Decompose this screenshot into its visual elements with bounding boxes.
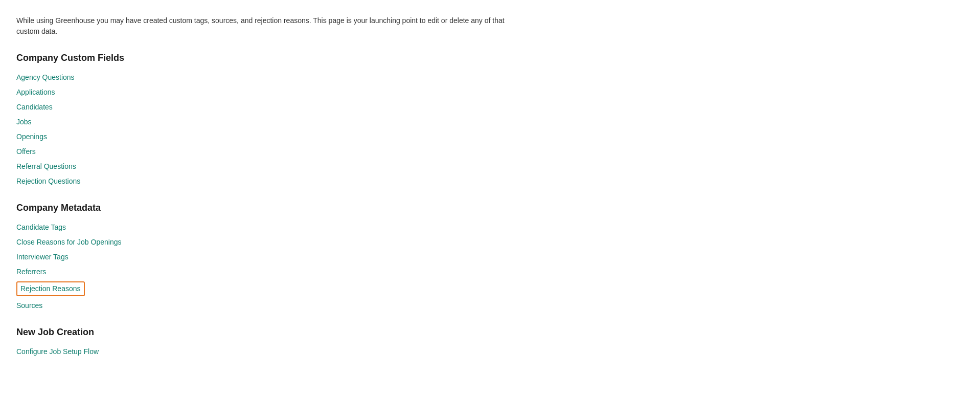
list-item-agency-questions: Agency Questions	[16, 72, 964, 83]
link-sources[interactable]: Sources	[16, 301, 42, 310]
link-list-company-metadata: Candidate TagsClose Reasons for Job Open…	[16, 222, 964, 311]
link-configure-job-setup-flow[interactable]: Configure Job Setup Flow	[16, 347, 99, 356]
link-candidate-tags[interactable]: Candidate Tags	[16, 223, 66, 231]
link-offers[interactable]: Offers	[16, 147, 36, 156]
link-candidates[interactable]: Candidates	[16, 103, 53, 111]
section-title-new-job-creation: New Job Creation	[16, 325, 964, 339]
link-referrers[interactable]: Referrers	[16, 268, 46, 276]
link-rejection-reasons[interactable]: Rejection Reasons	[16, 281, 85, 296]
list-item-referral-questions: Referral Questions	[16, 161, 964, 172]
list-item-rejection-questions: Rejection Questions	[16, 176, 964, 187]
list-item-offers: Offers	[16, 146, 964, 157]
list-item-openings: Openings	[16, 131, 964, 142]
link-list-company-custom-fields: Agency QuestionsApplicationsCandidatesJo…	[16, 72, 964, 187]
section-new-job-creation: New Job CreationConfigure Job Setup Flow	[16, 325, 964, 357]
link-agency-questions[interactable]: Agency Questions	[16, 73, 75, 81]
link-close-reasons[interactable]: Close Reasons for Job Openings	[16, 238, 121, 246]
list-item-applications: Applications	[16, 87, 964, 98]
list-item-candidates: Candidates	[16, 102, 964, 113]
section-company-metadata: Company MetadataCandidate TagsClose Reas…	[16, 201, 964, 311]
intro-text: While using Greenhouse you may have crea…	[16, 15, 517, 37]
list-item-configure-job-setup-flow: Configure Job Setup Flow	[16, 346, 964, 357]
list-item-rejection-reasons: Rejection Reasons	[16, 281, 964, 296]
list-item-sources: Sources	[16, 300, 964, 311]
link-applications[interactable]: Applications	[16, 88, 55, 96]
list-item-referrers: Referrers	[16, 267, 964, 277]
list-item-interviewer-tags: Interviewer Tags	[16, 252, 964, 262]
link-rejection-questions[interactable]: Rejection Questions	[16, 177, 80, 185]
link-list-new-job-creation: Configure Job Setup Flow	[16, 346, 964, 357]
link-referral-questions[interactable]: Referral Questions	[16, 162, 76, 170]
section-title-company-metadata: Company Metadata	[16, 201, 964, 215]
section-title-company-custom-fields: Company Custom Fields	[16, 51, 964, 65]
list-item-jobs: Jobs	[16, 117, 964, 127]
link-interviewer-tags[interactable]: Interviewer Tags	[16, 253, 69, 261]
link-jobs[interactable]: Jobs	[16, 118, 32, 126]
list-item-close-reasons: Close Reasons for Job Openings	[16, 237, 964, 248]
list-item-candidate-tags: Candidate Tags	[16, 222, 964, 233]
link-openings[interactable]: Openings	[16, 133, 47, 141]
section-company-custom-fields: Company Custom FieldsAgency QuestionsApp…	[16, 51, 964, 187]
